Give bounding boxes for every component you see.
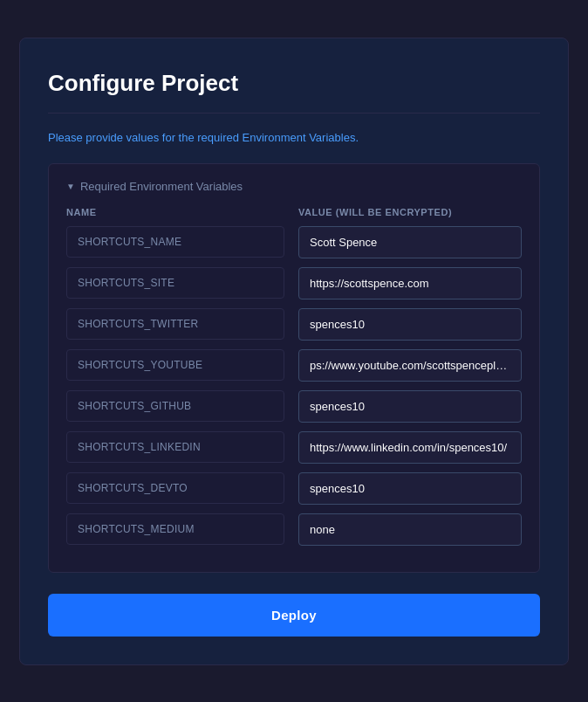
env-rows-container (66, 226, 522, 546)
env-value-field-4[interactable] (298, 390, 522, 423)
env-value-field-7[interactable] (298, 513, 522, 546)
column-headers: NAME VALUE (WILL BE ENCRYPTED) (66, 207, 522, 217)
table-row (66, 267, 522, 299)
name-column-header: NAME (66, 207, 284, 217)
env-name-field-6 (66, 472, 284, 504)
env-value-field-1[interactable] (298, 267, 522, 299)
env-name-field-2 (66, 308, 284, 340)
divider (48, 113, 540, 114)
env-value-field-3[interactable] (298, 349, 522, 382)
env-name-field-4 (66, 390, 284, 422)
table-row (66, 513, 522, 546)
chevron-down-icon: ▼ (66, 182, 75, 191)
env-value-field-6[interactable] (298, 472, 522, 505)
table-row (66, 390, 522, 423)
env-name-field-7 (66, 513, 284, 545)
env-value-field-0[interactable] (298, 226, 522, 258)
subtitle: Please provide values for the required E… (48, 131, 540, 144)
value-column-header: VALUE (WILL BE ENCRYPTED) (298, 207, 522, 217)
env-variables-section: ▼ Required Environment Variables NAME VA… (48, 163, 540, 573)
deploy-button[interactable]: Deploy (48, 594, 540, 637)
env-name-field-3 (66, 349, 284, 381)
table-row (66, 472, 522, 505)
table-row (66, 431, 522, 464)
env-section-label: Required Environment Variables (80, 180, 243, 193)
table-row (66, 349, 522, 382)
table-row (66, 226, 522, 258)
env-name-field-5 (66, 431, 284, 463)
env-section-header: ▼ Required Environment Variables (66, 180, 522, 193)
env-name-field-0 (66, 226, 284, 258)
env-name-field-1 (66, 267, 284, 299)
env-value-field-2[interactable] (298, 308, 522, 341)
table-row (66, 308, 522, 341)
modal-container: Configure Project Please provide values … (19, 38, 569, 665)
modal-title: Configure Project (48, 70, 540, 97)
env-value-field-5[interactable] (298, 431, 522, 464)
